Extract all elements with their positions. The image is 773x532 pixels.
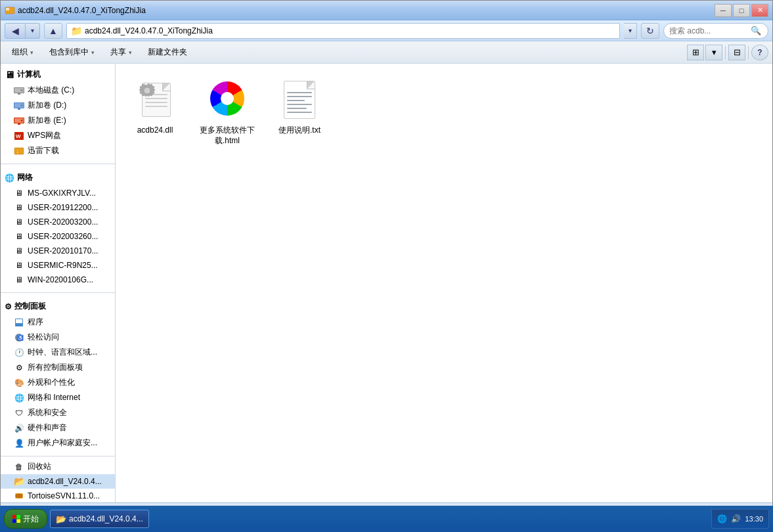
taskbar-folder-icon: 📂: [56, 514, 66, 524]
file-item-dll[interactable]: acdb24.dll: [122, 70, 188, 151]
disk-c-icon: [14, 85, 24, 96]
svg-rect-13: [18, 123, 20, 125]
close-button[interactable]: ✕: [751, 4, 768, 17]
forward-button[interactable]: ▾: [26, 23, 40, 39]
sidebar-computer-header: 🖥 计算机: [1, 66, 115, 83]
view-dropdown-button[interactable]: ▾: [705, 45, 722, 60]
search-icon: 🔍: [751, 26, 761, 35]
svg-rect-20: [15, 325, 23, 326]
search-input[interactable]: [669, 26, 748, 35]
server-user-202003a-icon: 🖥: [14, 217, 24, 227]
sidebar-divider-3: [1, 456, 115, 456]
sidebar-item-new-e[interactable]: 新加卷 (E:): [1, 113, 115, 128]
sidebar-item-new-d[interactable]: 新加卷 (D:): [1, 98, 115, 113]
sidebar-item-user-2019[interactable]: 🖥 USER-201912200...: [1, 200, 115, 215]
sidebar-network-section: 🌐 网络 🖥 MS-GXKIXRYJLV... 🖥 USER-201912200…: [1, 167, 115, 290]
sidebar-item-local-c[interactable]: 本地磁盘 (C:): [1, 83, 115, 98]
svg-point-12: [21, 120, 23, 122]
address-text: acdb24.dll_V24.0.47.0_XiTongZhiJia: [85, 26, 213, 35]
sidebar-item-network-internet[interactable]: 🌐 网络和 Internet: [1, 390, 115, 405]
svg-rect-28: [12, 520, 16, 523]
html-icon-wrapper: [204, 76, 250, 122]
wps-icon: W: [14, 131, 24, 141]
disk-d-icon: [14, 100, 24, 111]
sidebar-item-user-202003b[interactable]: 🖥 USER-202003260...: [1, 229, 115, 244]
address-path[interactable]: 📁 acdb24.dll_V24.0.47.0_XiTongZhiJia: [66, 23, 620, 39]
txt-file-label: 使用说明.txt: [278, 125, 320, 136]
svg-rect-26: [12, 515, 16, 519]
sidebar-item-wps[interactable]: W WPS网盘: [1, 128, 115, 143]
file-item-html[interactable]: 更多系统软件下载.html: [194, 70, 260, 151]
server-win-2020-icon: 🖥: [14, 275, 24, 285]
address-dropdown[interactable]: ▾: [624, 23, 637, 39]
txt-icon-wrapper: [276, 76, 322, 122]
sidebar-item-download[interactable]: ↓ 迅雷下载: [1, 143, 115, 158]
sidebar-item-programs[interactable]: 程序: [1, 315, 115, 330]
file-item-txt[interactable]: 使用说明.txt: [267, 70, 332, 151]
sidebar-item-system-security[interactable]: 🛡 系统和安全: [1, 405, 115, 420]
search-box[interactable]: 🔍: [663, 23, 768, 39]
sidebar-item-win-2020[interactable]: 🖥 WIN-20200106G...: [1, 273, 115, 287]
tortoise-icon: [14, 491, 24, 501]
tray-network-icon: 🌐: [717, 514, 727, 523]
add-to-library-button[interactable]: 包含到库中 ▾: [42, 43, 102, 62]
svg-point-25: [144, 87, 150, 94]
accessibility-icon: ♿: [14, 332, 24, 343]
hardware-sound-icon: 🔊: [14, 423, 24, 433]
svg-rect-27: [17, 515, 21, 519]
sidebar-item-ms-gxk[interactable]: 🖥 MS-GXKIXRYJLV...: [1, 186, 115, 200]
sidebar-item-user-accounts[interactable]: 👤 用户帐户和家庭安...: [1, 435, 115, 451]
svg-rect-24: [16, 494, 22, 498]
sidebar-item-accessibility[interactable]: ♿ 轻松访问: [1, 330, 115, 345]
preview-pane-button[interactable]: ⊟: [728, 45, 745, 60]
server-user-2019-icon: 🖥: [14, 202, 24, 213]
user-accounts-icon: 👤: [14, 438, 24, 449]
html-circle-icon: [210, 81, 244, 116]
html-file-label: 更多系统软件下载.html: [200, 125, 255, 146]
maximize-button[interactable]: □: [733, 4, 750, 17]
sidebar-item-active-folder[interactable]: 📂 acdb24.dll_V24.0.4...: [1, 474, 115, 489]
view-large-icons-button[interactable]: ⊞: [687, 45, 704, 60]
sidebar-item-all-controlpanel[interactable]: ⚙ 所有控制面板项: [1, 360, 115, 375]
sidebar-item-appearance[interactable]: 🎨 外观和个性化: [1, 375, 115, 390]
network-internet-icon: 🌐: [14, 393, 24, 403]
sidebar: 🖥 计算机 本地磁盘 (C:): [1, 64, 116, 502]
controlpanel-icon: ⚙: [5, 302, 12, 311]
organize-button[interactable]: 组织 ▾: [5, 43, 41, 62]
dll-icon-wrapper: [132, 76, 178, 122]
start-button[interactable]: 开始: [4, 509, 47, 529]
sidebar-item-recycle-bin[interactable]: 🗑 回收站: [1, 459, 115, 474]
server-usermic-icon: 🖥: [14, 260, 24, 271]
content-area: acdb24.dll 更多系统软件下载.html: [116, 64, 772, 502]
share-button[interactable]: 共享 ▾: [103, 43, 139, 62]
back-button[interactable]: ◀: [5, 23, 26, 39]
taskbar-active-window[interactable]: 📂 acdb24.dll_V24.0.4...: [50, 510, 149, 528]
sidebar-item-tortoise[interactable]: TortoiseSVN1.11.0...: [1, 489, 115, 502]
sidebar-divider-2: [1, 292, 115, 293]
minimize-button[interactable]: ─: [715, 4, 732, 17]
add-library-dropdown-arrow: ▾: [91, 49, 95, 56]
window-icon: [5, 5, 15, 16]
download-icon: ↓: [14, 146, 24, 156]
sidebar-controlpanel-header: ⚙ 控制面板: [1, 298, 115, 315]
refresh-button[interactable]: ↻: [641, 23, 659, 39]
sidebar-item-user-20201017[interactable]: 🖥 USER-202010170...: [1, 244, 115, 258]
dll-file-label: acdb24.dll: [137, 125, 173, 136]
new-folder-button[interactable]: 新建文件夹: [141, 43, 194, 62]
txt-corner: [307, 81, 315, 89]
toolbar-separator2: [748, 46, 749, 59]
nav-buttons: ◀ ▾: [5, 23, 40, 39]
svg-text:W: W: [16, 133, 21, 139]
tray-time: 13:30: [745, 515, 763, 523]
up-button[interactable]: ▲: [44, 23, 62, 39]
sidebar-item-clock-lang[interactable]: 🕐 时钟、语言和区域...: [1, 345, 115, 360]
main-area: 🖥 计算机 本地磁盘 (C:): [1, 64, 772, 502]
svg-rect-29: [17, 520, 21, 523]
sidebar-item-usermic[interactable]: 🖥 USERMIC-R9N25...: [1, 258, 115, 273]
server-user-202003b-icon: 🖥: [14, 231, 24, 242]
sidebar-item-user-202003a[interactable]: 🖥 USER-202003200...: [1, 215, 115, 229]
sidebar-item-hardware-sound[interactable]: 🔊 硬件和声音: [1, 420, 115, 435]
active-folder-icon: 📂: [14, 476, 24, 487]
help-button[interactable]: ?: [751, 45, 768, 60]
organize-dropdown-arrow: ▾: [30, 49, 33, 56]
